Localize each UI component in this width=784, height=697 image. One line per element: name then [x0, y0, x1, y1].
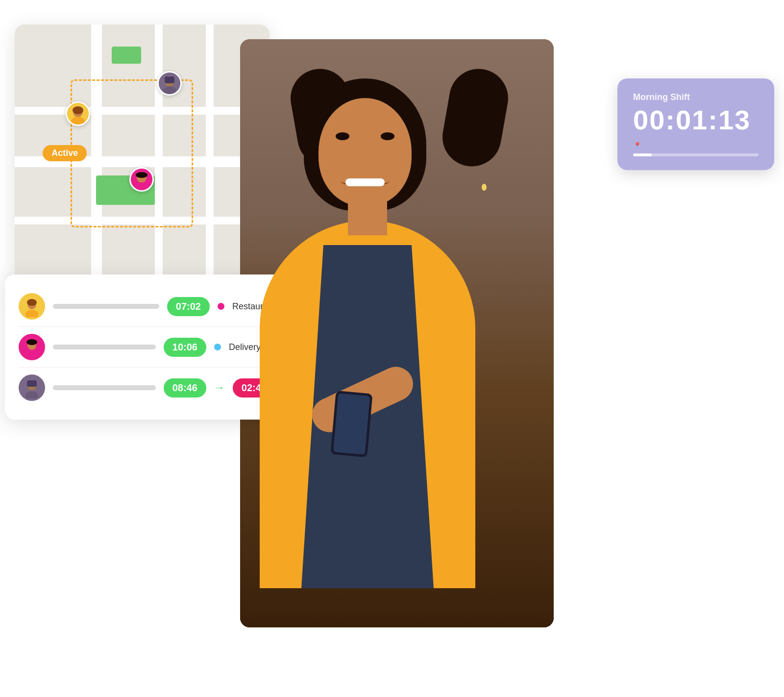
progress-bar-1 — [53, 304, 159, 309]
time-badge-3-green: 08:46 — [164, 378, 206, 398]
map-pin-user-3[interactable] — [129, 167, 154, 192]
map-block — [112, 47, 141, 64]
avatar-2 — [19, 334, 45, 360]
shift-progress-fill — [633, 153, 652, 156]
progress-bar-3 — [53, 385, 156, 390]
arrow-icon: → — [214, 381, 225, 394]
map-card: Active — [15, 25, 270, 299]
map-surface: Active — [15, 25, 270, 299]
location-pin-icon: 📍 — [633, 142, 641, 149]
map-pin-user-1[interactable] — [66, 101, 90, 126]
list-row-3: 08:46 → 02:46 — [19, 368, 275, 408]
avatar-3 — [19, 374, 45, 401]
svg-point-2 — [73, 106, 83, 114]
list-row-2: 10:06 Delivery to . — [19, 327, 275, 368]
progress-bar-2 — [53, 345, 156, 349]
shift-card: Morning Shift 00:01:13 📍 — [617, 78, 774, 170]
shift-title: Morning Shift — [633, 92, 759, 102]
svg-point-18 — [26, 339, 37, 345]
active-badge: Active — [43, 145, 87, 161]
avatar-1 — [19, 293, 45, 320]
list-row-1: 07:02 Restaurant — [19, 286, 275, 327]
shift-timer: 00:01:13 — [633, 106, 759, 134]
face — [318, 98, 412, 206]
shift-location-row: 📍 — [633, 142, 759, 149]
earring — [482, 184, 487, 191]
main-photo — [240, 39, 554, 627]
svg-rect-6 — [165, 76, 174, 83]
svg-rect-22 — [27, 380, 37, 387]
location-dot-2 — [214, 344, 221, 350]
map-road — [206, 25, 214, 299]
shift-progress-bar — [633, 153, 759, 156]
svg-point-14 — [27, 299, 37, 306]
svg-point-10 — [136, 172, 147, 178]
phone — [330, 391, 372, 457]
time-badge-2: 10:06 — [164, 338, 206, 357]
map-selection-area — [71, 79, 193, 227]
delivery-list-card: 07:02 Restaurant 10:06 Delivery to . — [5, 274, 289, 420]
location-dot-1 — [218, 303, 224, 310]
time-badge-1: 07:02 — [167, 297, 210, 316]
